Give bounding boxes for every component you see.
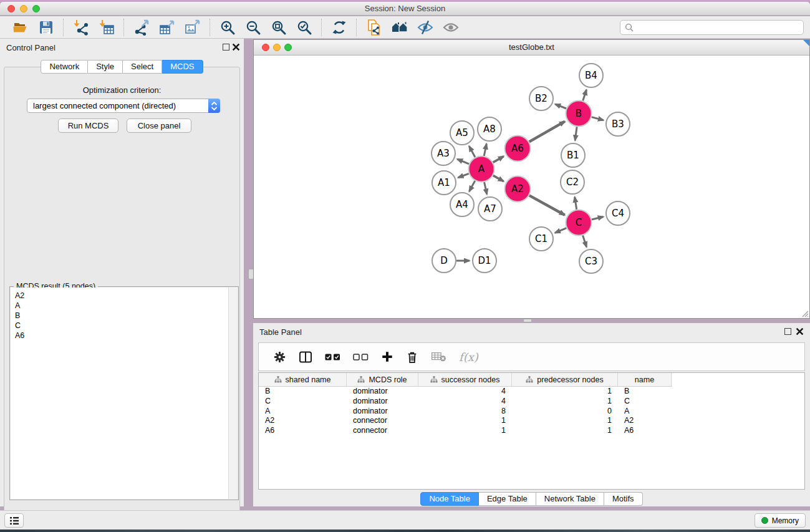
close-panel-icon[interactable] (796, 327, 804, 336)
tab-node-table[interactable]: Node Table (420, 492, 479, 506)
graph-edge-B-B4[interactable] (583, 90, 587, 101)
graph-node-B1[interactable]: B1 (561, 143, 585, 167)
graph-node-A1[interactable]: A1 (432, 171, 456, 195)
open-session-button[interactable] (12, 19, 29, 36)
graph-edge-A6-B[interactable] (529, 122, 565, 142)
mcds-result-list[interactable]: A2ABCA6 (11, 288, 228, 499)
zoom-out-button[interactable] (244, 19, 261, 36)
refresh-view-button[interactable] (330, 19, 347, 36)
mcds-result-item[interactable]: A6 (15, 331, 228, 341)
graph-node-C4[interactable]: C4 (606, 201, 630, 225)
graph-node-A6[interactable]: A6 (505, 136, 531, 162)
column-header-MCDS-role[interactable]: MCDS role (347, 373, 418, 386)
graph-node-A5[interactable]: A5 (450, 121, 474, 145)
graph-node-C2[interactable]: C2 (561, 170, 584, 194)
graph-edge-B-B2[interactable] (555, 104, 566, 109)
delete-table-button[interactable] (431, 349, 446, 365)
horizontal-splitter-grip[interactable] (523, 319, 532, 322)
deselect-all-button[interactable] (353, 349, 369, 365)
graph-edge-A2-C[interactable] (529, 195, 565, 215)
column-header-shared-name[interactable]: shared name (259, 373, 347, 386)
graph-node-C3[interactable]: C3 (579, 249, 603, 273)
close-panel-icon[interactable] (232, 43, 240, 51)
graph-edge-C-C1[interactable] (555, 228, 566, 233)
tab-select[interactable]: Select (123, 60, 162, 74)
new-network-from-selection-button[interactable] (365, 19, 382, 36)
add-column-button[interactable] (381, 349, 393, 365)
column-header-name[interactable]: name (618, 373, 672, 386)
memory-button[interactable]: Memory (755, 513, 806, 528)
graph-edge-B-B1[interactable] (575, 127, 577, 140)
float-panel-icon[interactable] (223, 44, 229, 51)
resize-grip-icon[interactable] (800, 309, 809, 317)
graph-edge-A-A1[interactable] (458, 173, 469, 177)
optimization-criterion-dropdown[interactable]: largest connected component (directed) (27, 99, 220, 113)
tab-network[interactable]: Network (41, 60, 88, 74)
graph-edge-A-A4[interactable] (469, 181, 475, 191)
task-history-button[interactable] (4, 513, 24, 528)
graph-node-A8[interactable]: A8 (478, 117, 501, 141)
graph-node-B4[interactable]: B4 (579, 64, 603, 87)
float-panel-icon[interactable] (784, 328, 791, 335)
search-input[interactable] (637, 21, 803, 34)
mcds-result-item[interactable]: C (15, 321, 228, 331)
toggle-panel-layout-button[interactable] (299, 349, 312, 365)
graph-edge-C-C2[interactable] (575, 197, 577, 210)
graph-node-A4[interactable]: A4 (450, 193, 474, 216)
graph-node-A3[interactable]: A3 (432, 142, 455, 165)
table-row[interactable]: A2connector11A2 (259, 416, 804, 426)
show-all-button[interactable] (442, 19, 459, 36)
table-row[interactable]: Bdominator41B (259, 387, 804, 397)
export-network-button[interactable] (133, 19, 150, 36)
graph-edge-A-A6[interactable] (493, 157, 504, 163)
select-all-button[interactable] (325, 349, 340, 365)
hide-selected-button[interactable] (417, 19, 433, 36)
graph-edge-A-A7[interactable] (485, 182, 487, 195)
tab-network-table[interactable]: Network Table (536, 492, 604, 506)
graph-node-B[interactable]: B (566, 101, 592, 127)
table-settings-button[interactable] (273, 349, 286, 365)
graph-node-B3[interactable]: B3 (606, 112, 630, 136)
graph-node-B2[interactable]: B2 (529, 87, 553, 110)
tab-mcds[interactable]: MCDS (162, 60, 203, 74)
table-row[interactable]: Cdominator41C (259, 397, 804, 407)
tab-style[interactable]: Style (88, 60, 123, 74)
tab-edge-table[interactable]: Edge Table (479, 492, 536, 506)
first-neighbors-button[interactable] (391, 19, 408, 36)
graph-edge-A-A5[interactable] (469, 146, 475, 157)
zoom-fit-button[interactable] (270, 19, 287, 36)
scrollbar-track[interactable] (228, 288, 238, 499)
save-session-button[interactable] (37, 19, 54, 36)
graph-edge-C-C3[interactable] (583, 235, 587, 247)
mcds-result-item[interactable]: A (15, 301, 228, 311)
graph-edge-A-A2[interactable] (493, 175, 504, 181)
graph-node-A7[interactable]: A7 (478, 197, 502, 221)
mcds-result-item[interactable]: B (15, 311, 228, 321)
graph-edge-A-A8[interactable] (484, 144, 486, 156)
function-builder-button[interactable]: f(x) (459, 349, 478, 365)
table-row[interactable]: Adominator80A (259, 407, 804, 417)
zoom-selected-button[interactable] (296, 19, 312, 36)
table-row[interactable]: A6connector11A6 (259, 426, 804, 436)
graph-edge-C-C4[interactable] (592, 217, 604, 220)
delete-columns-button[interactable] (406, 349, 418, 365)
import-table-button[interactable] (98, 19, 115, 36)
graph-edge-B-B3[interactable] (592, 117, 604, 120)
graph-edge-A-A3[interactable] (457, 159, 469, 164)
graph-node-A[interactable]: A (469, 157, 494, 182)
export-image-button[interactable] (184, 19, 201, 36)
graph-node-D1[interactable]: D1 (473, 249, 496, 273)
graph-node-C1[interactable]: C1 (529, 227, 553, 251)
network-graph-canvas[interactable]: AA1A3A5A8A4A7A6A2BB1B2B3B4CC1C2C3C4DD1 (254, 56, 809, 318)
column-header-predecessor-nodes[interactable]: predecessor nodes (512, 373, 618, 386)
column-header-successor-nodes[interactable]: successor nodes (418, 373, 512, 386)
graph-node-C[interactable]: C (566, 210, 592, 236)
run-mcds-button[interactable]: Run MCDS (58, 118, 118, 133)
zoom-in-button[interactable] (219, 19, 236, 36)
mcds-result-item[interactable]: A2 (15, 291, 228, 301)
graph-node-D[interactable]: D (432, 249, 456, 273)
tab-motifs[interactable]: Motifs (604, 492, 643, 506)
close-panel-button[interactable]: Close panel (127, 118, 191, 133)
graph-node-A2[interactable]: A2 (505, 177, 531, 202)
export-table-button[interactable] (158, 19, 175, 36)
